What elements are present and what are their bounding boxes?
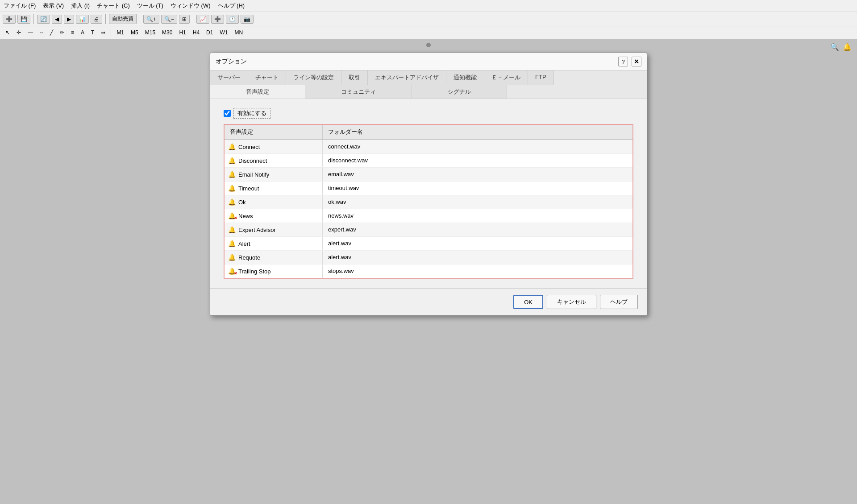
menu-view[interactable]: 表示 (V) bbox=[43, 2, 64, 10]
table-row[interactable]: 🔔 Email Notify email.wav bbox=[225, 168, 632, 182]
tf-w1[interactable]: W1 bbox=[217, 29, 230, 37]
tab-email[interactable]: Ｅ－メール bbox=[484, 70, 528, 85]
tf-mn[interactable]: MN bbox=[232, 29, 245, 37]
print-btn[interactable]: 🖨 bbox=[91, 15, 102, 24]
back-btn[interactable]: ◀ bbox=[52, 15, 62, 24]
dash-btn[interactable]: -- bbox=[37, 29, 46, 37]
cell-file: stops.wav bbox=[323, 264, 632, 278]
table-row[interactable]: 🔔 Connect connect.wav bbox=[225, 140, 632, 154]
cell-file: alert.wav bbox=[323, 237, 632, 250]
cell-name: 🔔 Expert Advisor bbox=[225, 223, 323, 236]
cancel-button[interactable]: キャンセル bbox=[547, 295, 596, 309]
save-btn[interactable]: 💾 bbox=[17, 15, 30, 24]
sound-name: Requote bbox=[238, 254, 260, 261]
table-row[interactable]: 🔔 Alert alert.wav bbox=[225, 237, 632, 251]
hline-btn[interactable]: — bbox=[25, 29, 36, 37]
tabs-row2: 音声設定 コミュニティ シグナル bbox=[210, 85, 647, 99]
grid-btn[interactable]: ⊞ bbox=[179, 15, 190, 24]
ok-button[interactable]: OK bbox=[513, 295, 543, 309]
tf-m1[interactable]: M1 bbox=[114, 29, 127, 37]
table-row[interactable]: 🔔 Requote alert.wav bbox=[225, 251, 632, 264]
camera-btn[interactable]: 📷 bbox=[241, 15, 254, 24]
table-header: 音声設定 フォルダー名 bbox=[225, 125, 632, 140]
sep3 bbox=[140, 14, 140, 24]
cell-name: 🔔 Requote bbox=[225, 251, 323, 264]
notification-icon[interactable]: 🔔 bbox=[843, 43, 852, 51]
dialog-body: 有効にする 音声設定 フォルダー名 🔔 Connect connect.wav … bbox=[210, 99, 647, 288]
dialog-titlebar-buttons: ? ✕ bbox=[618, 57, 641, 66]
tf-m30[interactable]: M30 bbox=[159, 29, 175, 37]
sound-name: Ok bbox=[238, 199, 246, 206]
tab-server[interactable]: サーバー bbox=[210, 70, 248, 85]
tf-h4[interactable]: H4 bbox=[190, 29, 202, 37]
menu-file[interactable]: ファイル (F) bbox=[4, 2, 36, 10]
text-t-btn[interactable]: T bbox=[88, 29, 97, 37]
table-row[interactable]: 🔔 Expert Advisor expert.wav bbox=[225, 223, 632, 237]
chart-btn[interactable]: 📊 bbox=[76, 15, 89, 24]
dialog-help-button[interactable]: ? bbox=[618, 57, 628, 66]
enable-row: 有効にする bbox=[224, 108, 633, 119]
enable-checkbox[interactable] bbox=[224, 110, 231, 117]
dialog-close-button[interactable]: ✕ bbox=[632, 57, 641, 66]
tf-h1[interactable]: H1 bbox=[176, 29, 188, 37]
sound-name: Disconnect bbox=[238, 157, 267, 164]
table-rows: 🔔 Connect connect.wav 🔔 Disconnect disco… bbox=[225, 140, 632, 278]
topright-icons: 🔍 🔔 bbox=[830, 43, 852, 51]
cursor-btn[interactable]: ↖ bbox=[3, 29, 12, 37]
tf-m15[interactable]: M15 bbox=[142, 29, 158, 37]
main-area: オプション ? ✕ サーバー チャート ライン等の設定 取引 エキスパートアドバ… bbox=[0, 39, 857, 504]
tab-notify[interactable]: 通知機能 bbox=[446, 70, 484, 85]
auto-trade-btn[interactable]: 自動売買 bbox=[109, 14, 137, 24]
table-row[interactable]: 🔔 Timeout timeout.wav bbox=[225, 182, 632, 195]
bell-x-icon: 🔔✕ bbox=[228, 268, 236, 275]
clock-btn[interactable]: 🕐 bbox=[226, 15, 239, 24]
lines-btn[interactable]: ≡ bbox=[68, 29, 77, 37]
cell-file: disconnect.wav bbox=[323, 154, 632, 167]
bell-icon: 🔔 bbox=[228, 185, 236, 192]
options-dialog: オプション ? ✕ サーバー チャート ライン等の設定 取引 エキスパートアドバ… bbox=[210, 53, 647, 316]
tf-d1[interactable]: D1 bbox=[204, 29, 216, 37]
menu-chart[interactable]: チャート (C) bbox=[97, 2, 130, 10]
menu-insert[interactable]: 挿入 (I) bbox=[71, 2, 90, 10]
refresh-btn[interactable]: 🔄 bbox=[37, 15, 50, 24]
table-row[interactable]: 🔔✕ Trailing Stop stops.wav bbox=[225, 264, 632, 278]
tab-sound[interactable]: 音声設定 bbox=[210, 85, 305, 99]
tab-signal[interactable]: シグナル bbox=[412, 85, 507, 99]
tf-m5[interactable]: M5 bbox=[128, 29, 141, 37]
tab-lines[interactable]: ライン等の設定 bbox=[286, 70, 341, 85]
new-order-btn[interactable]: ➕ bbox=[3, 15, 16, 24]
col-header-folder: フォルダー名 bbox=[323, 125, 632, 140]
zoom-out-btn[interactable]: 🔍− bbox=[161, 15, 177, 24]
sound-settings-table: 音声設定 フォルダー名 🔔 Connect connect.wav 🔔 Disc… bbox=[224, 124, 633, 279]
dialog-titlebar: オプション ? ✕ bbox=[210, 53, 647, 70]
arrow-btn[interactable]: ⇒ bbox=[98, 29, 108, 37]
text-a-btn[interactable]: A bbox=[78, 29, 87, 37]
draw-btn[interactable]: ╱ bbox=[47, 29, 56, 37]
bell-x-icon: 🔔✕ bbox=[228, 212, 236, 219]
tab-expert[interactable]: エキスパートアドバイザ bbox=[368, 70, 446, 85]
help-button[interactable]: ヘルプ bbox=[600, 295, 638, 309]
sound-name: Trailing Stop bbox=[238, 268, 271, 275]
tab-ftp[interactable]: FTP bbox=[528, 70, 554, 85]
menu-tools[interactable]: ツール (T) bbox=[137, 2, 163, 10]
sep5 bbox=[111, 28, 111, 37]
indicator-btn[interactable]: 📈 bbox=[196, 15, 209, 24]
menu-window[interactable]: ウィンドウ (W) bbox=[171, 2, 211, 10]
tab-trade[interactable]: 取引 bbox=[341, 70, 368, 85]
add-btn[interactable]: ➕ bbox=[211, 15, 224, 24]
fwd-btn[interactable]: ▶ bbox=[64, 15, 74, 24]
table-row[interactable]: 🔔✕ News news.wav bbox=[225, 209, 632, 223]
table-row[interactable]: 🔔 Ok ok.wav bbox=[225, 195, 632, 209]
table-row[interactable]: 🔔 Disconnect disconnect.wav bbox=[225, 154, 632, 168]
crosshair-btn[interactable]: ✛ bbox=[14, 29, 24, 37]
tab-community[interactable]: コミュニティ bbox=[305, 85, 412, 99]
bell-icon: 🔔 bbox=[228, 157, 236, 164]
sound-name: Timeout bbox=[238, 185, 259, 192]
cell-name: 🔔 Ok bbox=[225, 195, 323, 209]
top-dot bbox=[426, 43, 431, 47]
menu-help[interactable]: ヘルプ (H) bbox=[218, 2, 245, 10]
search-icon[interactable]: 🔍 bbox=[830, 43, 839, 51]
pen-btn[interactable]: ✏ bbox=[57, 29, 67, 37]
tab-chart[interactable]: チャート bbox=[248, 70, 286, 85]
zoom-in-btn[interactable]: 🔍+ bbox=[143, 15, 159, 24]
